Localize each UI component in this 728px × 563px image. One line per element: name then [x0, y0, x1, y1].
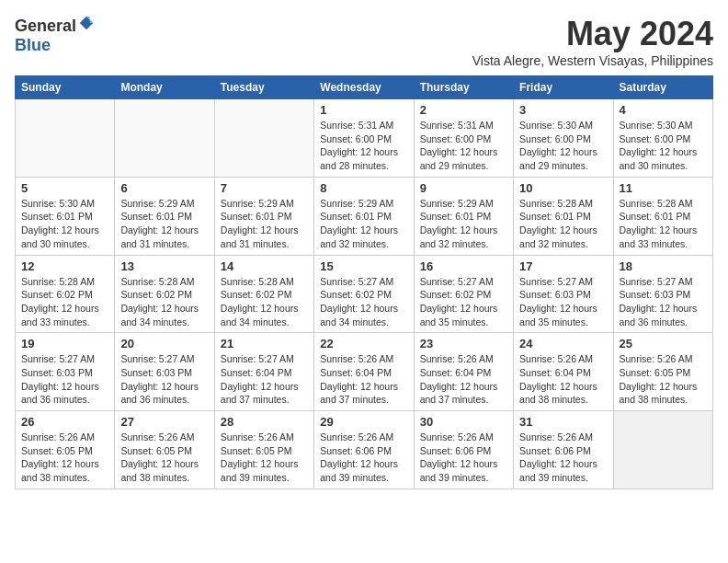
calendar-cell: 19Sunrise: 5:27 AMSunset: 6:03 PMDayligh…	[16, 333, 115, 411]
day-number: 6	[120, 181, 208, 195]
day-number: 12	[21, 259, 108, 273]
day-number: 3	[519, 103, 607, 117]
day-info: Sunrise: 5:30 AMSunset: 6:00 PMDaylight:…	[620, 119, 707, 173]
day-info: Sunrise: 5:27 AMSunset: 6:02 PMDaylight:…	[420, 275, 507, 329]
header: General Blue May 2024 Vista Alegre, West…	[15, 15, 713, 68]
day-info: Sunrise: 5:26 AMSunset: 6:05 PMDaylight:…	[120, 431, 208, 485]
logo-blue: Blue	[15, 36, 51, 54]
calendar-week-row: 12Sunrise: 5:28 AMSunset: 6:02 PMDayligh…	[16, 255, 713, 333]
weekday-header-thursday: Thursday	[414, 76, 513, 99]
day-info: Sunrise: 5:27 AMSunset: 6:03 PMDaylight:…	[519, 275, 607, 329]
location-title: Vista Alegre, Western Visayas, Philippin…	[472, 53, 713, 68]
logo-general: General	[15, 17, 76, 35]
calendar-cell: 15Sunrise: 5:27 AMSunset: 6:02 PMDayligh…	[314, 255, 414, 333]
calendar-week-row: 26Sunrise: 5:26 AMSunset: 6:05 PMDayligh…	[16, 411, 713, 489]
calendar-week-row: 5Sunrise: 5:30 AMSunset: 6:01 PMDaylight…	[16, 177, 713, 255]
weekday-header-monday: Monday	[115, 76, 214, 99]
day-info: Sunrise: 5:29 AMSunset: 6:01 PMDaylight:…	[320, 197, 407, 251]
calendar-cell: 7Sunrise: 5:29 AMSunset: 6:01 PMDaylight…	[214, 177, 313, 255]
calendar-cell: 13Sunrise: 5:28 AMSunset: 6:02 PMDayligh…	[115, 255, 214, 333]
day-info: Sunrise: 5:26 AMSunset: 6:05 PMDaylight:…	[620, 352, 707, 407]
calendar-cell: 30Sunrise: 5:26 AMSunset: 6:06 PMDayligh…	[414, 411, 513, 489]
day-number: 16	[420, 259, 507, 273]
logo: General Blue	[15, 15, 95, 55]
day-info: Sunrise: 5:26 AMSunset: 6:06 PMDaylight:…	[519, 431, 607, 485]
calendar-cell	[16, 99, 115, 178]
calendar-cell: 18Sunrise: 5:27 AMSunset: 6:03 PMDayligh…	[613, 255, 712, 333]
day-info: Sunrise: 5:31 AMSunset: 6:00 PMDaylight:…	[420, 119, 507, 173]
day-info: Sunrise: 5:30 AMSunset: 6:01 PMDaylight:…	[21, 197, 108, 251]
calendar-cell: 24Sunrise: 5:26 AMSunset: 6:04 PMDayligh…	[514, 333, 613, 411]
day-number: 13	[120, 259, 208, 273]
day-info: Sunrise: 5:26 AMSunset: 6:04 PMDaylight:…	[320, 352, 407, 407]
weekday-header-wednesday: Wednesday	[314, 76, 414, 99]
day-number: 15	[320, 259, 407, 273]
calendar-cell: 6Sunrise: 5:29 AMSunset: 6:01 PMDaylight…	[115, 177, 214, 255]
day-number: 4	[620, 103, 707, 117]
calendar-cell: 17Sunrise: 5:27 AMSunset: 6:03 PMDayligh…	[514, 255, 613, 333]
calendar-cell: 3Sunrise: 5:30 AMSunset: 6:00 PMDaylight…	[514, 99, 613, 178]
day-number: 17	[519, 259, 607, 273]
day-number: 23	[420, 337, 507, 350]
day-info: Sunrise: 5:26 AMSunset: 6:06 PMDaylight:…	[320, 431, 407, 485]
calendar-table: SundayMondayTuesdayWednesdayThursdayFrid…	[15, 75, 713, 489]
day-number: 31	[519, 415, 607, 429]
day-info: Sunrise: 5:29 AMSunset: 6:01 PMDaylight:…	[120, 197, 208, 251]
day-number: 5	[21, 181, 108, 195]
day-number: 7	[221, 181, 308, 195]
day-info: Sunrise: 5:28 AMSunset: 6:02 PMDaylight:…	[21, 275, 108, 329]
day-number: 26	[21, 415, 108, 429]
day-number: 19	[21, 337, 108, 350]
weekday-header-saturday: Saturday	[613, 76, 712, 99]
day-info: Sunrise: 5:27 AMSunset: 6:04 PMDaylight:…	[221, 352, 308, 407]
calendar-week-row: 1Sunrise: 5:31 AMSunset: 6:00 PMDaylight…	[16, 99, 713, 178]
calendar-cell: 28Sunrise: 5:26 AMSunset: 6:05 PMDayligh…	[214, 411, 313, 489]
day-number: 30	[420, 415, 507, 429]
calendar-cell: 26Sunrise: 5:26 AMSunset: 6:05 PMDayligh…	[16, 411, 115, 489]
day-info: Sunrise: 5:31 AMSunset: 6:00 PMDaylight:…	[320, 119, 407, 173]
day-number: 9	[420, 181, 507, 195]
day-info: Sunrise: 5:30 AMSunset: 6:00 PMDaylight:…	[519, 119, 607, 173]
day-number: 10	[519, 181, 607, 195]
calendar-cell: 29Sunrise: 5:26 AMSunset: 6:06 PMDayligh…	[314, 411, 414, 489]
calendar-cell: 14Sunrise: 5:28 AMSunset: 6:02 PMDayligh…	[214, 255, 313, 333]
weekday-header-friday: Friday	[514, 76, 613, 99]
month-title: May 2024	[472, 15, 713, 53]
calendar-cell: 12Sunrise: 5:28 AMSunset: 6:02 PMDayligh…	[16, 255, 115, 333]
day-number: 1	[320, 103, 407, 117]
calendar-cell: 23Sunrise: 5:26 AMSunset: 6:04 PMDayligh…	[414, 333, 513, 411]
calendar-cell: 1Sunrise: 5:31 AMSunset: 6:00 PMDaylight…	[314, 99, 414, 178]
calendar-cell: 8Sunrise: 5:29 AMSunset: 6:01 PMDaylight…	[314, 177, 414, 255]
day-info: Sunrise: 5:28 AMSunset: 6:02 PMDaylight:…	[221, 275, 308, 329]
calendar-week-row: 19Sunrise: 5:27 AMSunset: 6:03 PMDayligh…	[16, 333, 713, 411]
day-info: Sunrise: 5:27 AMSunset: 6:03 PMDaylight:…	[120, 352, 208, 407]
calendar-cell: 2Sunrise: 5:31 AMSunset: 6:00 PMDaylight…	[414, 99, 513, 178]
day-number: 20	[120, 337, 208, 350]
day-info: Sunrise: 5:27 AMSunset: 6:03 PMDaylight:…	[620, 275, 707, 329]
day-info: Sunrise: 5:26 AMSunset: 6:04 PMDaylight:…	[420, 352, 507, 407]
calendar-cell: 25Sunrise: 5:26 AMSunset: 6:05 PMDayligh…	[613, 333, 712, 411]
calendar-cell: 4Sunrise: 5:30 AMSunset: 6:00 PMDaylight…	[613, 99, 712, 178]
day-number: 21	[221, 337, 308, 350]
day-info: Sunrise: 5:26 AMSunset: 6:05 PMDaylight:…	[21, 431, 108, 485]
calendar-cell: 31Sunrise: 5:26 AMSunset: 6:06 PMDayligh…	[514, 411, 613, 489]
day-number: 28	[221, 415, 308, 429]
day-info: Sunrise: 5:26 AMSunset: 6:04 PMDaylight:…	[519, 352, 607, 407]
calendar-cell: 9Sunrise: 5:29 AMSunset: 6:01 PMDaylight…	[414, 177, 513, 255]
calendar-cell: 16Sunrise: 5:27 AMSunset: 6:02 PMDayligh…	[414, 255, 513, 333]
day-info: Sunrise: 5:28 AMSunset: 6:02 PMDaylight:…	[120, 275, 208, 329]
calendar-cell	[214, 99, 313, 178]
calendar-cell: 27Sunrise: 5:26 AMSunset: 6:05 PMDayligh…	[115, 411, 214, 489]
calendar-cell: 10Sunrise: 5:28 AMSunset: 6:01 PMDayligh…	[514, 177, 613, 255]
logo-icon	[78, 15, 95, 31]
calendar-cell: 21Sunrise: 5:27 AMSunset: 6:04 PMDayligh…	[214, 333, 313, 411]
calendar-cell: 22Sunrise: 5:26 AMSunset: 6:04 PMDayligh…	[314, 333, 414, 411]
day-info: Sunrise: 5:28 AMSunset: 6:01 PMDaylight:…	[519, 197, 607, 251]
weekday-header-tuesday: Tuesday	[214, 76, 313, 99]
title-area: May 2024 Vista Alegre, Western Visayas, …	[472, 15, 713, 68]
day-number: 2	[420, 103, 507, 117]
calendar-cell: 11Sunrise: 5:28 AMSunset: 6:01 PMDayligh…	[613, 177, 712, 255]
calendar-cell: 5Sunrise: 5:30 AMSunset: 6:01 PMDaylight…	[16, 177, 115, 255]
day-number: 24	[519, 337, 607, 350]
day-info: Sunrise: 5:29 AMSunset: 6:01 PMDaylight:…	[420, 197, 507, 251]
